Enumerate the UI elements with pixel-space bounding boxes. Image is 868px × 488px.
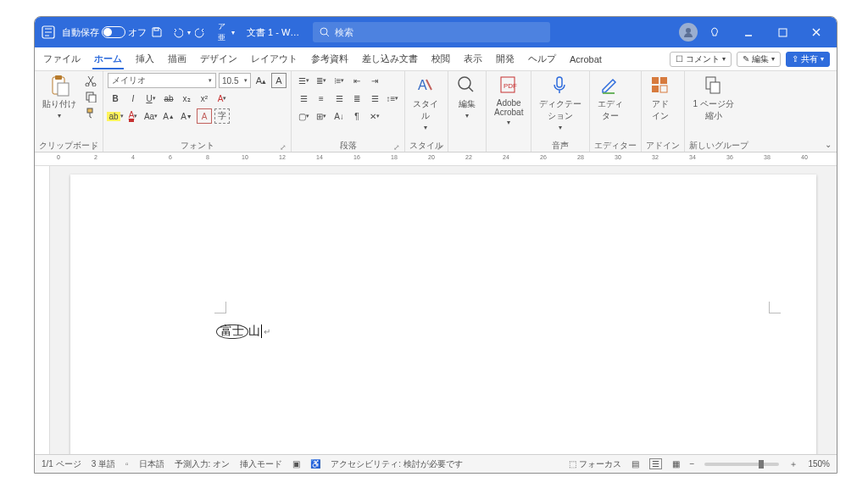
read-mode-icon[interactable]: ▤ (632, 459, 639, 469)
tab-review[interactable]: 校閲 (430, 49, 452, 69)
share-button[interactable]: ⇪ 共有 ▾ (786, 52, 830, 67)
align-left-icon[interactable]: ☰ (296, 91, 311, 106)
format-painter-icon[interactable] (83, 105, 98, 120)
asian-layout-icon[interactable]: ✕▾ (367, 108, 382, 124)
qat-more-icon[interactable]: ▾ (231, 29, 235, 36)
justify-icon[interactable]: ≣ (349, 91, 364, 106)
zoom-level[interactable]: 150% (808, 459, 830, 469)
qat-item[interactable]: ア亜 (213, 24, 230, 41)
zoom-slider[interactable] (704, 463, 779, 466)
editing-button[interactable]: 編集▾ (453, 73, 481, 140)
help-lightbulb-icon[interactable] (698, 17, 732, 47)
tab-layout[interactable]: レイアウト (249, 49, 299, 69)
editor-button[interactable]: エディ ター (594, 73, 626, 140)
zoom-in-button[interactable]: ＋ (789, 458, 798, 470)
grow-font-button[interactable]: A▲ (161, 108, 176, 124)
vertical-ruler[interactable] (35, 166, 50, 454)
close-button[interactable] (799, 17, 833, 47)
strikethrough-button[interactable]: ab (161, 91, 176, 106)
grow-font-icon[interactable]: A▴ (253, 73, 269, 88)
enclose-characters-icon[interactable]: A (271, 73, 287, 88)
collapse-ribbon-icon[interactable]: ⌄ (825, 140, 832, 149)
tab-acrobat[interactable]: Acrobat (568, 51, 604, 68)
font-size-combo[interactable]: 10.5▾ (219, 73, 251, 88)
search-box[interactable]: 検索 (313, 22, 550, 42)
editing-mode-button[interactable]: ✎ 編集 ▾ (737, 52, 781, 67)
comments-button[interactable]: ☐ コメント ▾ (670, 52, 732, 67)
cut-icon[interactable] (83, 73, 98, 88)
bold-button[interactable]: B (108, 91, 123, 106)
numbering-icon[interactable]: ≣▾ (314, 73, 329, 88)
tab-help[interactable]: ヘルプ (526, 49, 558, 69)
paste-button[interactable]: 貼り付け ▾ (39, 73, 80, 140)
tab-mailings[interactable]: 差し込み文書 (360, 49, 420, 69)
tab-file[interactable]: ファイル (42, 49, 82, 69)
dialog-launcher-icon[interactable]: ⤢ (437, 143, 443, 152)
spellcheck-icon[interactable]: ▫ (125, 459, 129, 469)
tab-insert[interactable]: 挿入 (134, 49, 156, 69)
dictation-button[interactable]: ディクテー ション▾ (536, 73, 585, 140)
addin-button[interactable]: アド イン (646, 73, 675, 140)
save-icon[interactable] (148, 24, 165, 41)
print-layout-icon[interactable]: ☰ (649, 458, 662, 469)
underline-button[interactable]: U▾ (143, 91, 159, 106)
sort-icon[interactable]: A↓ (331, 108, 347, 124)
account-avatar[interactable] (679, 23, 698, 42)
dialog-launcher-icon[interactable]: ⤢ (393, 143, 400, 152)
macro-icon[interactable]: ▣ (292, 459, 300, 469)
character-border-icon[interactable]: 字 (214, 108, 230, 124)
web-layout-icon[interactable]: ▦ (672, 459, 680, 469)
dialog-launcher-icon[interactable]: ⤢ (280, 143, 287, 152)
tab-draw[interactable]: 描画 (166, 49, 188, 69)
decrease-indent-icon[interactable]: ⇤ (349, 73, 364, 88)
minimize-button[interactable] (732, 17, 765, 47)
acrobat-button[interactable]: PDF Adobe Acrobat▾ (491, 73, 526, 140)
undo-icon[interactable] (169, 24, 186, 41)
status-language[interactable]: 日本語 (139, 458, 164, 470)
multilevel-list-icon[interactable]: ⁝≡▾ (331, 73, 347, 88)
status-page[interactable]: 1/1 ページ (42, 458, 81, 470)
tab-design[interactable]: デザイン (198, 49, 239, 69)
align-center-icon[interactable]: ≡ (314, 91, 329, 106)
clipboard-icon (48, 75, 70, 97)
page[interactable]: 富士 山 ↵ (70, 175, 816, 454)
styles-button[interactable]: A スタイ ル▾ (409, 73, 442, 140)
copy-icon[interactable] (83, 89, 98, 104)
shrink-one-page-button[interactable]: 1 ページ分 縮小 (689, 73, 737, 140)
borders-icon[interactable]: ⊞▾ (314, 108, 329, 124)
text-highlight-icon[interactable]: ab▾ (108, 108, 123, 124)
shrink-font-button[interactable]: A▼ (179, 108, 194, 124)
distributed-icon[interactable]: ☰ (367, 91, 382, 106)
horizontal-ruler[interactable]: 0246810121416182022242628303234363840 (35, 152, 837, 166)
tab-view[interactable]: 表示 (462, 49, 484, 69)
italic-button[interactable]: I (125, 91, 141, 106)
increase-indent-icon[interactable]: ⇥ (367, 73, 382, 88)
status-predict[interactable]: 予測入力: オン (175, 458, 231, 470)
subscript-button[interactable]: x₂ (179, 91, 194, 106)
font-color-icon[interactable]: A▾ (125, 108, 141, 124)
status-insert-mode[interactable]: 挿入モード (240, 458, 282, 470)
superscript-button[interactable]: x² (197, 91, 212, 106)
zoom-out-button[interactable]: − (690, 459, 695, 469)
line-spacing-icon[interactable]: ↕≡▾ (385, 91, 400, 106)
tab-home[interactable]: ホーム (92, 49, 124, 69)
dialog-launcher-icon[interactable]: ⤢ (92, 143, 98, 152)
focus-button[interactable]: ⬚ フォーカス (569, 458, 621, 470)
clear-formatting-icon[interactable]: A (197, 108, 212, 124)
autosave-toggle[interactable]: 自動保存 オフ (62, 26, 147, 39)
phonetic-guide-icon[interactable]: A▾ (214, 91, 230, 106)
redo-icon[interactable] (192, 24, 209, 41)
status-words[interactable]: 3 単語 (92, 458, 115, 470)
bullets-icon[interactable]: ☰▾ (296, 73, 311, 88)
change-case-icon[interactable]: Aa▾ (143, 108, 159, 124)
status-accessibility[interactable]: アクセシビリティ: 検討が必要です (331, 458, 463, 470)
tab-references[interactable]: 参考資料 (309, 49, 350, 69)
shading-icon[interactable]: ▢▾ (296, 108, 311, 124)
undo-more-icon[interactable]: ▾ (187, 29, 191, 36)
maximize-button[interactable] (765, 17, 799, 47)
show-marks-icon[interactable]: ¶ (349, 108, 364, 124)
document-content[interactable]: 富士 山 ↵ (216, 324, 270, 339)
font-name-combo[interactable]: メイリオ▾ (108, 73, 216, 88)
align-right-icon[interactable]: ☰ (331, 91, 347, 106)
tab-developer[interactable]: 開発 (494, 49, 516, 69)
